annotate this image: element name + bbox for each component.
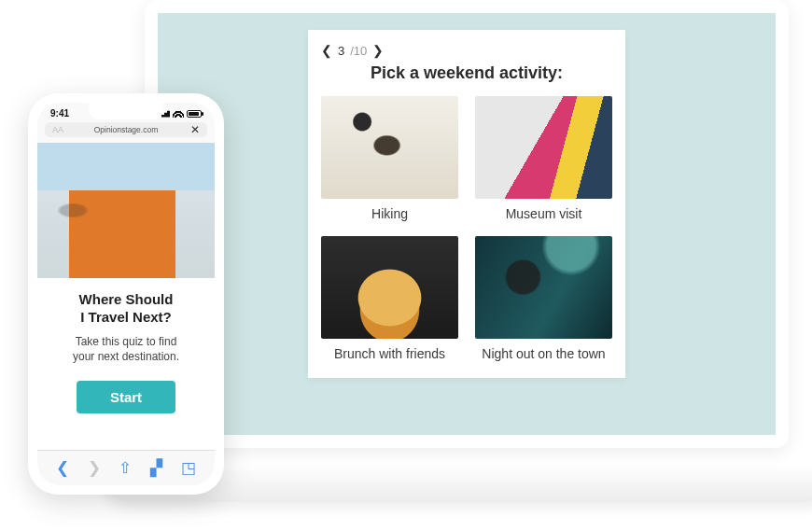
share-icon[interactable]: ⇧ [119, 458, 132, 478]
laptop-screen: ❮ 3/10 ❯ Pick a weekend activity: Hiking… [145, 0, 789, 448]
option-image [475, 96, 612, 199]
bookmarks-icon[interactable]: ▞ [150, 458, 162, 478]
prev-step-button[interactable]: ❮ [321, 43, 332, 58]
option-image [321, 236, 458, 339]
total-steps: /10 [350, 44, 367, 58]
option-label: Night out on the town [475, 346, 612, 361]
close-icon[interactable]: ✕ [190, 123, 200, 136]
quiz-options-grid: Hiking Museum visit Brunch with friends … [321, 96, 612, 361]
option-label: Hiking [321, 206, 458, 221]
next-step-button[interactable]: ❯ [372, 43, 384, 58]
quiz-question-title: Pick a weekend activity: [321, 63, 612, 83]
tabs-icon[interactable]: ◳ [181, 458, 196, 478]
quiz-intro-title: Where Should I Travel Next? [49, 291, 203, 327]
status-time: 9:41 [50, 108, 69, 119]
address-aa-icon[interactable]: AA [52, 125, 63, 134]
start-button[interactable]: Start [77, 381, 175, 413]
quiz-option-hiking[interactable]: Hiking [321, 96, 458, 221]
quiz-option-brunch[interactable]: Brunch with friends [321, 236, 458, 361]
phone-screen: 9:41 AA Opinionstage.com ✕ Where Should … [37, 103, 215, 485]
option-image [475, 236, 612, 339]
back-icon[interactable]: ❮ [56, 458, 69, 478]
browser-address-bar[interactable]: AA Opinionstage.com ✕ [45, 122, 207, 137]
phone-device: 9:41 AA Opinionstage.com ✕ Where Should … [28, 93, 224, 495]
quiz-card: ❮ 3/10 ❯ Pick a weekend activity: Hiking… [308, 30, 625, 378]
current-step: 3 [338, 44, 344, 58]
wifi-icon [173, 109, 184, 118]
browser-toolbar: ❮ ❯ ⇧ ▞ ◳ [37, 450, 215, 485]
quiz-intro-subtitle: Take this quiz to find your next destina… [49, 334, 203, 364]
quiz-step-nav: ❮ 3/10 ❯ [321, 43, 612, 58]
hero-image [37, 143, 215, 278]
quiz-option-museum[interactable]: Museum visit [475, 96, 612, 221]
option-label: Museum visit [475, 206, 612, 221]
option-image [321, 96, 458, 199]
quiz-intro: Where Should I Travel Next? Take this qu… [37, 278, 215, 450]
address-url: Opinionstage.com [94, 125, 159, 134]
forward-icon[interactable]: ❯ [88, 458, 101, 478]
phone-content: Where Should I Travel Next? Take this qu… [37, 143, 215, 485]
status-icons [159, 109, 202, 118]
option-label: Brunch with friends [321, 346, 458, 361]
phone-notch [89, 103, 163, 119]
battery-icon [187, 110, 202, 118]
laptop-device: ❮ 3/10 ❯ Pick a weekend activity: Hiking… [121, 0, 812, 485]
quiz-option-night[interactable]: Night out on the town [475, 236, 612, 361]
